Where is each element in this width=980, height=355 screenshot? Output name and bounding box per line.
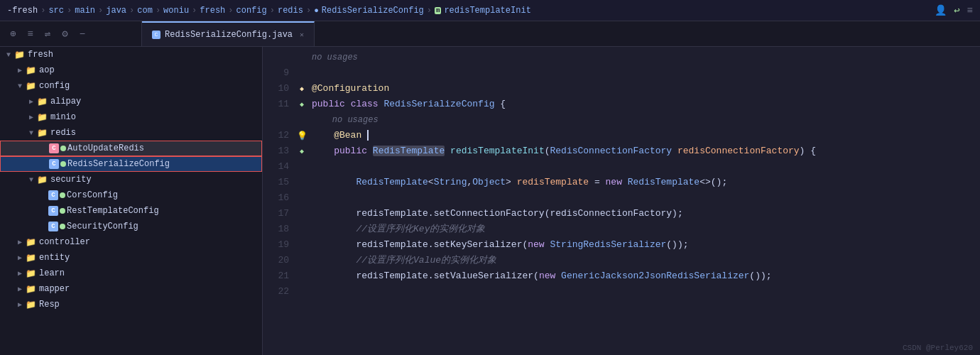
tree-item-controller[interactable]: 📁 controller — [0, 234, 262, 250]
tree-arrow-redis — [26, 129, 37, 137]
code-line-21: redisTemplate.setValueSerializer(new Gen… — [309, 268, 980, 284]
minimize-icon[interactable]: − — [77, 27, 88, 41]
breadcrumb-woniu[interactable]: woniu — [163, 6, 189, 16]
tree-item-aop[interactable]: 📁 aop — [0, 62, 262, 78]
breadcrumb-redis[interactable]: redis — [278, 6, 303, 16]
tree-label-aop: aop — [39, 65, 55, 75]
tab-close-btn[interactable]: ✕ — [300, 31, 304, 39]
code-line-13: public RedisTemplate redisTemplateInit(R… — [309, 143, 980, 159]
folder-icon-minio: 📁 — [37, 112, 48, 123]
top-bar-right: 👤 ↩ ≡ — [935, 4, 973, 16]
tree-label-auto: AutoUpdateRedis — [67, 143, 144, 153]
folder-icon-security: 📁 — [37, 175, 48, 185]
file-icon-auto: C — [49, 143, 59, 153]
folder-icon-config: 📁 — [26, 81, 36, 92]
code-line-11: public class RedisSerializeConfig { — [309, 97, 980, 112]
file-icon-rest: C — [48, 206, 58, 216]
tree-item-auto-update-redis[interactable]: C AutoUpdateRedis — [0, 141, 262, 156]
tree-item-cors[interactable]: C CorsConfig — [0, 187, 262, 203]
tab-label: RedisSerializeConfig.java — [165, 30, 293, 40]
code-line-22 — [309, 284, 980, 300]
breadcrumb-java-icon: ● — [314, 6, 319, 15]
breadcrumb-main[interactable]: main — [75, 6, 95, 16]
tree-item-redis[interactable]: 📁 redis — [0, 125, 262, 141]
tree-arrow-security — [26, 176, 37, 184]
tree-item-fresh[interactable]: 📁 fresh — [0, 47, 262, 62]
code-lines[interactable]: no usages @Configuration public class Re… — [309, 47, 980, 355]
tabs-bar: ⊕ ≡ ⇌ ⚙ − C RedisSerializeConfig.java ✕ — [0, 21, 980, 47]
tree-item-alipay[interactable]: 📁 alipay — [0, 94, 262, 109]
tree-label-controller: controller — [39, 237, 90, 247]
tree-arrow-aop — [14, 66, 26, 75]
settings-icon[interactable]: ⚙ — [59, 26, 70, 41]
tree-item-redis-serialize[interactable]: C RedisSerializeConfig — [0, 156, 262, 172]
gutter-lightbulb-12[interactable]: 💡 — [297, 131, 307, 141]
tree-label-entity: entity — [39, 253, 70, 263]
back-icon[interactable]: ↩ — [954, 4, 959, 16]
breadcrumb-fresh2[interactable]: fresh — [200, 6, 225, 16]
code-line-19: redisTemplate.setKeySerializer(new Strin… — [309, 237, 980, 253]
tree-item-rest-template[interactable]: C RestTemplateConfig — [0, 203, 262, 219]
breadcrumb-method-icon: m — [435, 7, 441, 14]
tree-arrow-config — [14, 82, 26, 90]
folder-icon-alipay: 📁 — [37, 97, 48, 107]
code-line-12: @Bean — [309, 128, 980, 143]
tree-label-security-cfg: SecurityConfig — [67, 222, 138, 231]
code-line-16 — [309, 190, 980, 206]
tree-item-resp[interactable]: 📁 Resp — [0, 297, 262, 312]
folder-icon-resp: 📁 — [26, 300, 36, 310]
gutter: ◆ ◆ 💡 ◆ — [295, 47, 309, 355]
tree-item-mapper[interactable]: 📁 mapper — [0, 281, 262, 297]
folder-icon-redis: 📁 — [37, 128, 48, 138]
tree-item-minio[interactable]: 📁 minio — [0, 109, 262, 125]
tree-label-config: config — [39, 81, 70, 91]
tree-item-security-config[interactable]: C SecurityConfig — [0, 219, 262, 234]
file-icon-cors: C — [48, 190, 58, 200]
tree-arrow-learn — [14, 269, 26, 278]
code-line-15: RedisTemplate<String,Object> redisTempla… — [309, 175, 980, 190]
folder-icon-learn: 📁 — [26, 268, 36, 279]
folder-icon-aop: 📁 — [26, 65, 36, 76]
breadcrumb-method[interactable]: redisTemplateInit — [444, 6, 530, 16]
tree-item-config[interactable]: 📁 config — [0, 78, 262, 94]
tree-arrow-entity — [14, 253, 26, 262]
code-content: 9 10 11 12 13 14 15 16 17 18 19 20 21 22 — [263, 47, 980, 355]
breadcrumb-src[interactable]: src — [48, 6, 64, 16]
overlay-icon-serialize — [60, 161, 66, 167]
more-icon[interactable]: ≡ — [967, 5, 973, 16]
tree-arrow-mapper — [14, 285, 26, 293]
folder-icon-entity: 📁 — [26, 253, 36, 263]
code-line-10: @Configuration — [309, 81, 980, 97]
tree-label-learn: learn — [39, 268, 65, 278]
split-icon[interactable]: ⇌ — [42, 26, 53, 41]
code-line-17: redisTemplate.setConnectionFactory(redis… — [309, 206, 980, 222]
breadcrumb-java[interactable]: java — [106, 6, 126, 16]
breadcrumb-fresh[interactable]: -fresh — [7, 6, 38, 16]
breadcrumb-com[interactable]: com — [137, 6, 153, 16]
tree-item-learn[interactable]: 📁 learn — [0, 266, 262, 281]
tree-label-serialize: RedisSerializeConfig — [67, 159, 170, 169]
breadcrumb-bar: -fresh › src › main › java › com › woniu… — [0, 0, 980, 21]
breadcrumb-config[interactable]: config — [236, 6, 267, 16]
user-icon[interactable]: 👤 — [935, 4, 947, 16]
file-tree: 📁 fresh 📁 aop 📁 config 📁 alipay 📁 minio — [0, 47, 263, 355]
code-editor: 9 10 11 12 13 14 15 16 17 18 19 20 21 22 — [263, 47, 980, 355]
tree-arrow-minio — [26, 113, 37, 121]
overlay-icon-auto — [60, 146, 66, 151]
overlay-icon-rest — [60, 208, 65, 214]
tab-redis-serialize[interactable]: C RedisSerializeConfig.java ✕ — [142, 21, 315, 46]
arrange-icon[interactable]: ≡ — [24, 27, 36, 41]
breadcrumb-classname[interactable]: RedisSerializeConfig — [322, 6, 424, 16]
tree-label-security: security — [50, 175, 92, 185]
tree-item-entity[interactable]: 📁 entity — [0, 250, 262, 266]
folder-icon-controller: 📁 — [26, 237, 36, 248]
tree-item-security[interactable]: 📁 security — [0, 172, 262, 187]
tree-label-resp: Resp — [39, 300, 60, 310]
overlay-icon-security-cfg — [60, 224, 65, 229]
tree-arrow-controller — [14, 238, 26, 246]
gutter-green-13: ◆ — [300, 147, 304, 155]
tree-label-cors: CorsConfig — [67, 190, 118, 200]
new-tab-icon[interactable]: ⊕ — [7, 26, 18, 41]
overlay-icon-cors — [60, 192, 65, 198]
main-layout: 📁 fresh 📁 aop 📁 config 📁 alipay 📁 minio — [0, 47, 980, 355]
